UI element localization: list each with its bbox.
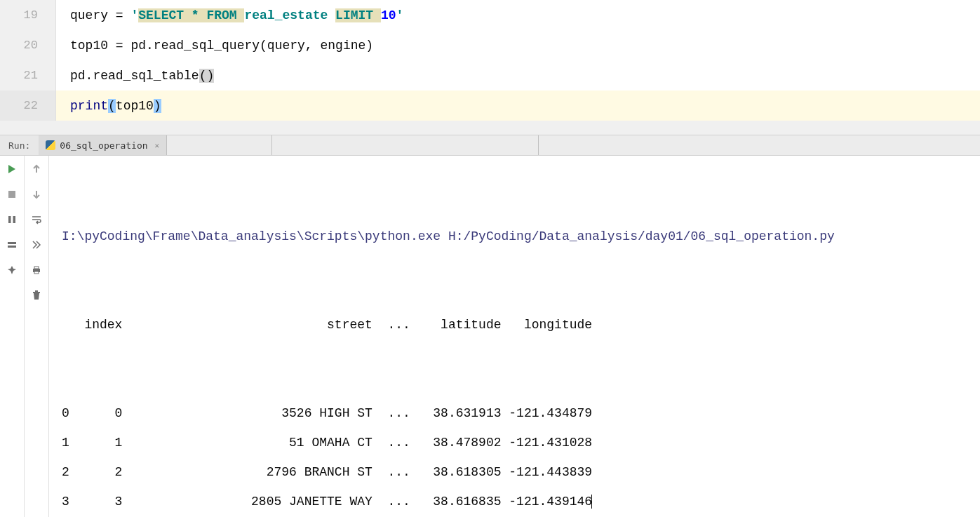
pin-button[interactable] xyxy=(6,264,18,276)
run-tool-window-header: Run: 06_sql_operation ✕ xyxy=(0,135,980,156)
python-file-icon xyxy=(46,140,55,150)
svg-rect-2 xyxy=(13,216,16,223)
tab-divider xyxy=(272,135,539,155)
run-tab[interactable]: 06_sql_operation ✕ xyxy=(39,135,167,155)
scroll-to-end-button[interactable] xyxy=(30,239,43,251)
output-row: 0 0 3526 HIGH ST ... 38.631913 -121.4348… xyxy=(62,398,967,428)
code-line[interactable]: 19query = 'SELECT * FROM real_estate LIM… xyxy=(0,0,980,30)
svg-rect-3 xyxy=(8,242,16,244)
up-arrow-button[interactable] xyxy=(30,163,43,175)
delete-button[interactable] xyxy=(30,289,43,302)
close-icon[interactable]: ✕ xyxy=(155,141,160,150)
line-number: 20 xyxy=(0,30,56,60)
run-toolbar-left xyxy=(0,156,25,517)
stop-button[interactable] xyxy=(6,188,18,201)
code-line[interactable]: 21pd.read_sql_table() xyxy=(0,60,980,90)
soft-wrap-button[interactable] xyxy=(30,213,43,226)
code-editor[interactable]: 19query = 'SELECT * FROM real_estate LIM… xyxy=(0,0,980,135)
command-line: I:\pyCoding\Frame\Data_analysis\Scripts\… xyxy=(62,222,967,251)
print-button[interactable] xyxy=(30,264,43,276)
output-row: 2 2 2796 BRANCH ST ... 38.618305 -121.44… xyxy=(62,457,967,487)
code-content[interactable]: top10 = pd.read_sql_query(query, engine) xyxy=(56,39,373,53)
code-content[interactable]: query = 'SELECT * FROM real_estate LIMIT… xyxy=(56,8,403,22)
console-output[interactable]: I:\pyCoding\Frame\Data_analysis\Scripts\… xyxy=(49,156,980,517)
svg-rect-4 xyxy=(8,246,16,248)
svg-rect-6 xyxy=(34,267,39,269)
line-number: 21 xyxy=(0,60,56,90)
output-row: 3 3 2805 JANETTE WAY ... 38.616835 -121.… xyxy=(62,487,967,516)
code-content[interactable]: print(top10) xyxy=(56,99,161,113)
svg-rect-7 xyxy=(34,271,39,274)
tab-spacer xyxy=(539,135,980,155)
output-row: 1 1 51 OMAHA CT ... 38.478902 -121.43102… xyxy=(62,428,967,457)
run-label: Run: xyxy=(0,135,39,155)
line-number: 22 xyxy=(0,90,56,121)
run-button[interactable] xyxy=(6,163,18,175)
code-line[interactable]: 22print(top10) xyxy=(0,90,980,121)
tab-divider xyxy=(167,135,272,155)
output-header: index street ... latitude longitude xyxy=(62,310,967,340)
line-number: 19 xyxy=(0,0,56,30)
layout-button[interactable] xyxy=(6,239,18,251)
editor-spacer xyxy=(0,121,980,135)
down-arrow-button[interactable] xyxy=(30,188,43,201)
code-content[interactable]: pd.read_sql_table() xyxy=(56,69,214,83)
pause-button[interactable] xyxy=(6,213,18,226)
svg-rect-0 xyxy=(8,191,15,198)
code-line[interactable]: 20top10 = pd.read_sql_query(query, engin… xyxy=(0,30,980,60)
run-tool-window-body: I:\pyCoding\Frame\Data_analysis\Scripts\… xyxy=(0,156,980,517)
text-cursor xyxy=(591,495,592,509)
run-toolbar-right xyxy=(25,156,49,517)
run-tab-label: 06_sql_operation xyxy=(60,140,147,151)
svg-rect-1 xyxy=(8,216,11,223)
